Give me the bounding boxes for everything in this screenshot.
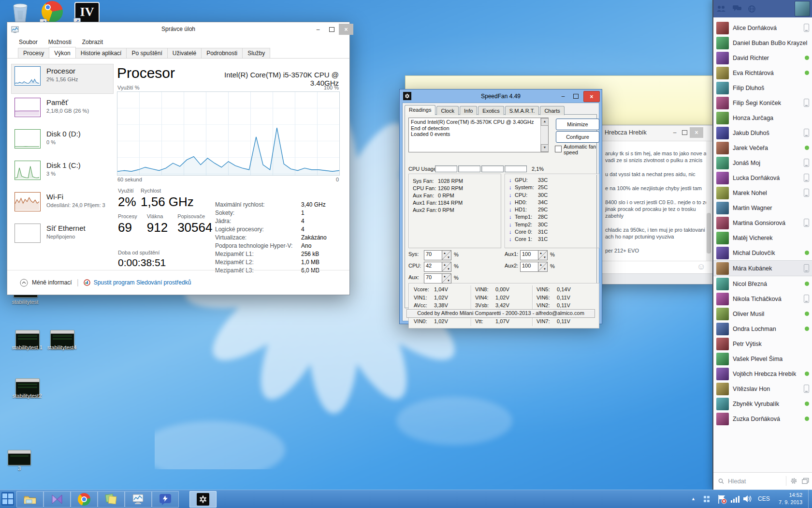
taskbar-chrome-button[interactable]	[71, 491, 98, 508]
maximize-button[interactable]	[325, 25, 338, 34]
start-button[interactable]	[1, 492, 14, 506]
task-manager-window[interactable]: Správce úloh – × SouborMožnostiZobrazit …	[7, 22, 350, 295]
pwm-value-input[interactable]: 42	[424, 262, 442, 272]
minimize-button[interactable]: –	[557, 92, 569, 101]
contact-row[interactable]: Martin Wagner	[713, 200, 812, 215]
speaker-icon[interactable]	[743, 495, 753, 503]
perf-sidebar-item[interactable]: Paměť 2,1/8,0 GB (26 %)	[11, 95, 114, 125]
menu-item[interactable]: Možnosti	[48, 39, 72, 45]
resource-monitor-link[interactable]: Spustit program Sledování prostředků	[84, 279, 191, 286]
contact-row[interactable]: Zbyněk Vyrubalík	[713, 396, 812, 411]
language-indicator[interactable]: CES	[758, 495, 770, 502]
desktop-icon-label[interactable]: stabilitytest	[0, 299, 50, 305]
taskbar-messenger-button[interactable]	[152, 491, 179, 508]
pwm-value-input[interactable]: 70	[424, 273, 442, 284]
emoticon-icon[interactable]: ☺	[697, 262, 706, 272]
tab[interactable]: Info	[460, 106, 477, 115]
detection-log[interactable]: Found Intel(R) Core(TM) i5-3570K CPU @ 3…	[408, 118, 549, 152]
pwm-spin-buttons[interactable]: ▲▼	[442, 250, 451, 260]
tab[interactable]: S.M.A.R.T.	[505, 106, 539, 115]
contact-row[interactable]: Jarek Večeřa	[713, 140, 812, 155]
search-input[interactable]	[727, 477, 786, 485]
tab[interactable]: Clock	[436, 106, 459, 115]
desktop-icon-label[interactable]: stabilitytest2	[2, 393, 52, 399]
tab[interactable]: Podrobnosti	[201, 48, 243, 58]
tab[interactable]: Readings	[405, 105, 435, 115]
action-center-flag-icon[interactable]	[717, 494, 727, 504]
network-signal-icon[interactable]	[731, 496, 740, 503]
contact-row[interactable]: Matěj Vicherek	[713, 230, 812, 245]
perf-sidebar-item[interactable]: Disk 0 (D:) 0 %	[11, 127, 114, 157]
close-button[interactable]: ×	[690, 127, 703, 138]
tab[interactable]: Historie aplikací	[75, 48, 127, 58]
desktop-icon-label[interactable]: 3	[0, 465, 44, 471]
contact-row[interactable]: Marek Nohel	[713, 185, 812, 200]
new-window-icon[interactable]	[802, 478, 809, 484]
pwm-value-input[interactable]: 70	[424, 250, 442, 260]
contact-row[interactable]: Zuzka Dorňáková	[713, 411, 812, 426]
close-button[interactable]: ×	[583, 91, 600, 102]
contact-row[interactable]: Vítězslav Hon	[713, 381, 812, 396]
taskbar-speedfan-button[interactable]	[189, 491, 217, 508]
gear-icon[interactable]	[790, 477, 798, 485]
titlebar[interactable]: Správce úloh – ×	[7, 22, 349, 37]
tab[interactable]: Výkon	[49, 47, 75, 58]
scroll-down-icon[interactable]: ▼	[541, 144, 549, 152]
show-desktop-button[interactable]	[808, 490, 809, 508]
desktop-icon-label[interactable]: stabilitytest4	[37, 344, 87, 350]
minimize-button[interactable]: –	[312, 25, 324, 34]
automatic-fan-speed-checkbox[interactable]	[555, 146, 562, 152]
contact-row[interactable]: Nicol Březná	[713, 276, 812, 291]
pwm-value-input[interactable]: 100	[520, 262, 538, 272]
contact-row[interactable]: Jakub Dluhoš	[713, 125, 812, 140]
contact-row[interactable]: Eva Richtárová	[713, 65, 812, 80]
pwm-spin-buttons[interactable]: ▲▼	[442, 262, 451, 272]
minimize-app-button[interactable]: Minimize	[556, 119, 599, 130]
friends-icon[interactable]	[716, 5, 726, 12]
speedfan-window[interactable]: SpeedFan 4.49 – × ReadingsClockInfoExoti…	[399, 89, 602, 324]
recycle-bin-icon[interactable]	[9, 1, 32, 24]
log-scrollbar[interactable]: ▲ ▼	[540, 118, 548, 152]
less-info-button[interactable]: Méně informací	[20, 279, 72, 287]
tab[interactable]: Charts	[540, 106, 564, 115]
configure-button[interactable]: Configure	[556, 131, 599, 143]
contact-row[interactable]: Honza Jurčaga	[713, 110, 812, 125]
contact-row[interactable]: Vojtěch Hrebcza Hrebík	[713, 366, 812, 381]
contact-row[interactable]: Daniel Buban BuBo Krayzel	[713, 35, 812, 50]
perf-sidebar-item[interactable]: Wi-Fi Odesílání: 24,0 Příjem: 3	[11, 190, 114, 220]
contact-row[interactable]: Filip Šegi Koníček	[713, 95, 812, 110]
messenger-sidebar[interactable]: Alice Dorňáková Daniel Buban BuBo Krayze…	[712, 0, 812, 490]
tray-app-icon[interactable]	[704, 496, 710, 502]
perf-sidebar-item[interactable]: Síť Ethernet Nepřipojeno	[11, 221, 114, 251]
maximize-button[interactable]	[570, 92, 581, 101]
taskbar-sticky-notes-button[interactable]	[98, 491, 125, 508]
pwm-spin-buttons[interactable]: ▲▼	[538, 250, 548, 260]
pwm-spin-buttons[interactable]: ▲▼	[442, 273, 451, 284]
taskbar-kmplayer-button[interactable]	[44, 491, 71, 508]
contact-row[interactable]: Nikola Ticháčková	[713, 291, 812, 306]
tab[interactable]: Služby	[242, 48, 270, 58]
tab[interactable]: Exotics	[478, 106, 504, 115]
contact-row[interactable]: Vašek Plevel Šima	[713, 351, 812, 366]
contact-row[interactable]: Martina Gonsiorová	[713, 215, 812, 230]
contact-row[interactable]: Michal Dulovčík	[713, 245, 812, 260]
contact-row[interactable]: Jonáš Moj	[713, 155, 812, 170]
perf-sidebar-item[interactable]: Procesor 2% 1,56 GHz	[11, 64, 114, 94]
notifications-globe-icon[interactable]	[748, 5, 755, 13]
maximize-button[interactable]	[680, 128, 689, 137]
contact-row[interactable]: David Richter	[713, 50, 812, 65]
minimize-button[interactable]: –	[670, 128, 679, 137]
menu-item[interactable]: Soubor	[19, 39, 38, 45]
close-button[interactable]: ×	[339, 24, 353, 35]
hidden-icons-chevron[interactable]: ▲	[691, 496, 696, 501]
gta-iv-shortcut-icon[interactable]: IV ↗	[74, 2, 100, 24]
contact-row[interactable]: Mára Kubánek	[713, 260, 812, 276]
clock[interactable]: 14:52 7. 9. 2013	[772, 492, 802, 506]
contact-row[interactable]: Ondra Lochman	[713, 321, 812, 336]
pwm-spin-buttons[interactable]: ▲▼	[538, 262, 548, 272]
tab[interactable]: Uživatelé	[167, 48, 202, 58]
user-avatar[interactable]	[795, 1, 810, 16]
scrollbar-thumb[interactable]	[707, 213, 711, 254]
pwm-value-input[interactable]: 100	[520, 250, 538, 260]
desktop-icon-3[interactable]	[8, 450, 30, 464]
